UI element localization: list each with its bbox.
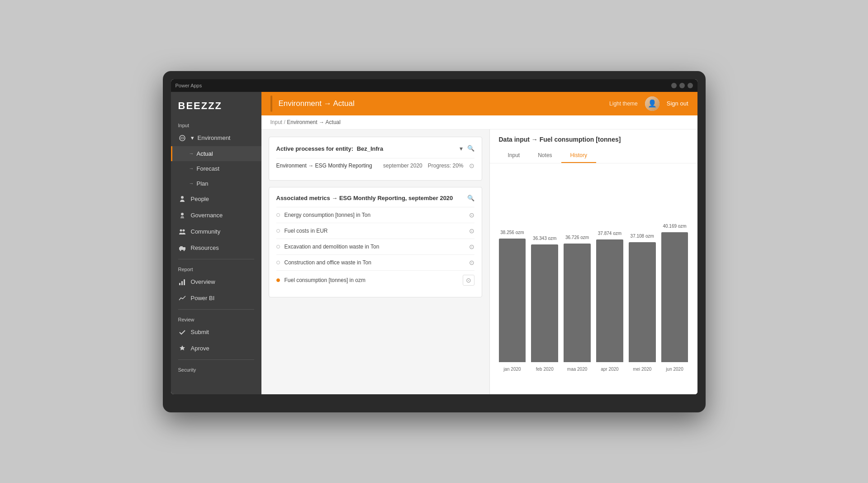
- dropdown-icon[interactable]: ▾: [460, 145, 463, 152]
- bar-label-top: 36.343 ozm: [533, 236, 556, 241]
- sidebar-item-submit[interactable]: Submit: [171, 324, 261, 340]
- bar-rect: [564, 244, 591, 362]
- sidebar-item-overview[interactable]: Overview: [171, 274, 261, 290]
- bar-group: 37.874 ozmapr 2020: [596, 231, 623, 372]
- metric-dot-5: [276, 278, 280, 282]
- metrics-header: Associated metrics → ESG Monthly Reporti…: [276, 195, 474, 201]
- process-row: Environment → ESG Monthly Reporting sept…: [276, 158, 474, 173]
- metric-nav-4[interactable]: ⊙: [469, 259, 474, 266]
- people-label: People: [191, 196, 209, 202]
- metric-dot-2: [276, 229, 280, 233]
- metric-nav-2[interactable]: ⊙: [469, 227, 474, 234]
- section-label-input: Input: [171, 118, 261, 130]
- chart-area: 38.256 ozmjan 202036.343 ozmfeb 202036.7…: [490, 163, 697, 394]
- minimize-button[interactable]: [671, 83, 677, 88]
- governance-icon: [178, 211, 186, 220]
- sidebar-item-actual[interactable]: → Actual: [171, 146, 261, 161]
- bar-label-top: 37.108 ozm: [631, 234, 654, 239]
- app-header: Environment → Actual Light theme 👤 Sign …: [261, 92, 697, 115]
- governance-label: Governance: [191, 212, 223, 219]
- active-processes-title: Active processes for entity: Bez_Infra: [276, 144, 384, 153]
- sidebar-item-forecast[interactable]: → Forecast: [171, 161, 261, 176]
- bar-label-bottom: jun 2020: [666, 367, 683, 372]
- plan-label: Plan: [197, 180, 209, 187]
- sidebar-logo: BEEZZZ: [171, 92, 261, 118]
- search-icon[interactable]: 🔍: [467, 145, 474, 152]
- submit-label: Submit: [191, 329, 209, 335]
- maximize-button[interactable]: [679, 83, 685, 88]
- bar-label-top: 36.726 ozm: [565, 235, 589, 240]
- tab-notes[interactable]: Notes: [529, 148, 561, 163]
- metric-row-1: Energy consumption [tonnes] in Ton ⊙: [276, 207, 474, 223]
- arrow-icon-actual: →: [189, 151, 194, 156]
- active-processes-actions: ▾ 🔍: [460, 145, 474, 152]
- svg-rect-11: [181, 281, 183, 285]
- metric-dot-3: [276, 245, 280, 249]
- svg-rect-3: [180, 217, 184, 218]
- bar-rect: [499, 239, 526, 362]
- svg-rect-12: [184, 279, 185, 285]
- metric-nav-5[interactable]: ⊙: [463, 275, 474, 286]
- sidebar-item-governance[interactable]: Governance: [171, 207, 261, 224]
- powerbi-label: Power BI: [191, 295, 215, 301]
- avatar-image: 👤: [645, 96, 659, 111]
- sidebar-item-approve[interactable]: Aprove: [171, 340, 261, 357]
- metric-name-4: Construction and office waste in Ton: [285, 259, 469, 266]
- bar-label-bottom: mei 2020: [633, 367, 651, 372]
- bar-group: 36.343 ozmfeb 2020: [531, 236, 558, 372]
- sidebar-item-resources[interactable]: Resources: [171, 240, 261, 256]
- bar-label-bottom: maa 2020: [567, 367, 587, 372]
- sidebar-item-powerbi[interactable]: Power BI: [171, 290, 261, 306]
- metric-nav-1[interactable]: ⊙: [469, 211, 474, 219]
- tab-input[interactable]: Input: [499, 148, 529, 163]
- sidebar-item-environment[interactable]: ▾ Environment: [171, 130, 261, 146]
- process-date: september 2020: [383, 163, 422, 169]
- app-container: BEEZZZ Input ▾ Environment: [171, 92, 697, 394]
- theme-toggle[interactable]: Light theme: [609, 100, 638, 107]
- bar-group: 36.726 ozmmaa 2020: [564, 235, 591, 372]
- main-content: Environment → Actual Light theme 👤 Sign …: [261, 92, 697, 394]
- title-bar-controls: [671, 83, 693, 88]
- bar-group: 40.169 ozmjun 2020: [661, 224, 688, 372]
- active-processes-label: Active processes for entity: Bez_Infra: [276, 145, 384, 152]
- bar-label-bottom: feb 2020: [536, 367, 554, 372]
- overview-icon: [178, 278, 186, 286]
- bar-chart: 38.256 ozmjan 202036.343 ozmfeb 202036.7…: [499, 172, 688, 385]
- resources-icon: [178, 244, 186, 252]
- powerbi-icon: [178, 294, 186, 302]
- process-nav-icon[interactable]: ⊙: [469, 162, 474, 169]
- process-progress: Progress: 20%: [428, 163, 464, 169]
- signout-button[interactable]: Sign out: [667, 100, 688, 107]
- title-text: Active processes for entity:: [276, 145, 354, 152]
- divider-1: [178, 259, 254, 259]
- sidebar: BEEZZZ Input ▾ Environment: [171, 92, 261, 394]
- tab-history[interactable]: History: [561, 148, 596, 163]
- breadcrumb: Input / Environment → Actual: [261, 115, 697, 129]
- metric-name-5: Fuel consumption [tonnes] in ozm: [285, 277, 463, 283]
- sidebar-item-plan[interactable]: → Plan: [171, 176, 261, 191]
- breadcrumb-current: Environment → Actual: [287, 119, 341, 125]
- divider-3: [178, 359, 254, 360]
- header-title: Environment → Actual: [279, 99, 610, 108]
- laptop-frame: Power Apps BEEZZZ Input: [163, 71, 706, 412]
- user-avatar[interactable]: 👤: [645, 96, 659, 111]
- metric-nav-3[interactable]: ⊙: [469, 243, 474, 250]
- right-panel-header: Data input → Fuel consumption [tonnes] I…: [490, 129, 697, 163]
- sidebar-item-community[interactable]: Community: [171, 224, 261, 240]
- sidebar-item-people[interactable]: People: [171, 191, 261, 207]
- metric-name-1: Energy consumption [tonnes] in Ton: [285, 212, 469, 218]
- metrics-search-icon[interactable]: 🔍: [467, 195, 474, 201]
- approve-label: Aprove: [191, 345, 209, 352]
- bar-rect: [629, 242, 656, 362]
- metric-dot-1: [276, 213, 280, 217]
- metric-dot-4: [276, 261, 280, 264]
- bar-label-top: 37.874 ozm: [598, 231, 621, 236]
- close-button[interactable]: [688, 83, 693, 88]
- svg-rect-7: [180, 246, 183, 248]
- header-accent: [270, 96, 272, 112]
- divider-2: [178, 309, 254, 310]
- bar-group: 38.256 ozmjan 2020: [499, 230, 526, 372]
- entity-value: Bez_Infra: [357, 145, 384, 152]
- metric-name-2: Fuel costs in EUR: [285, 228, 469, 234]
- breadcrumb-input[interactable]: Input: [270, 119, 283, 125]
